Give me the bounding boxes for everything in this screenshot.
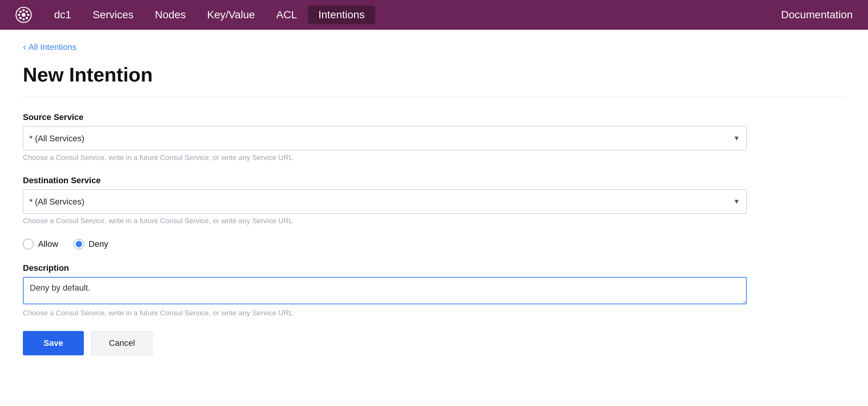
- svg-point-6: [19, 11, 22, 13]
- nav-link-dc1[interactable]: dc1: [43, 6, 82, 24]
- svg-point-8: [26, 11, 28, 13]
- documentation-link[interactable]: Documentation: [781, 9, 853, 21]
- description-input[interactable]: Deny by default.: [23, 277, 747, 304]
- page-title: New Intention: [23, 63, 845, 97]
- description-hint: Choose a Consul Service, write in a futu…: [23, 309, 747, 317]
- deny-option[interactable]: Deny: [74, 239, 108, 249]
- allow-label: Allow: [38, 239, 58, 249]
- source-service-label: Source Service: [23, 112, 747, 122]
- destination-service-select-wrapper: * (All Services) ▼: [23, 189, 747, 214]
- permission-radio-group: Allow Deny: [23, 239, 747, 249]
- nav-link-keyvalue[interactable]: Key/Value: [196, 6, 266, 24]
- svg-point-3: [22, 18, 25, 21]
- nav-link-nodes[interactable]: Nodes: [144, 6, 197, 24]
- allow-option[interactable]: Allow: [23, 239, 58, 249]
- svg-point-2: [22, 9, 25, 11]
- nav-link-intentions[interactable]: Intentions: [308, 6, 375, 24]
- deny-radio[interactable]: [74, 239, 84, 249]
- description-group: Description Deny by default. Choose a Co…: [23, 263, 747, 317]
- destination-service-hint: Choose a Consul Service, write in a futu…: [23, 217, 747, 225]
- svg-point-1: [22, 13, 26, 17]
- description-label: Description: [23, 263, 747, 273]
- save-button[interactable]: Save: [23, 331, 84, 355]
- navbar: dc1 Services Nodes Key/Value ACL Intenti…: [0, 0, 868, 30]
- destination-service-label: Destination Service: [23, 176, 747, 185]
- source-service-group: Source Service * (All Services) ▼ Choose…: [23, 112, 747, 162]
- nav-link-acl[interactable]: ACL: [266, 6, 307, 24]
- svg-point-9: [19, 17, 22, 19]
- nav-link-services[interactable]: Services: [82, 6, 144, 24]
- nav-links: dc1 Services Nodes Key/Value ACL Intenti…: [43, 6, 781, 24]
- svg-point-5: [27, 14, 29, 16]
- intention-form: Source Service * (All Services) ▼ Choose…: [23, 112, 747, 355]
- breadcrumb-label: All Intentions: [29, 42, 77, 52]
- allow-radio[interactable]: [23, 239, 34, 249]
- svg-point-7: [26, 17, 28, 19]
- destination-service-group: Destination Service * (All Services) ▼ C…: [23, 176, 747, 225]
- back-chevron-icon: [23, 42, 26, 53]
- deny-label: Deny: [89, 239, 108, 249]
- cancel-button[interactable]: Cancel: [91, 331, 152, 355]
- svg-point-4: [18, 14, 20, 16]
- destination-service-select[interactable]: * (All Services): [23, 189, 747, 214]
- logo: [15, 6, 32, 23]
- source-service-select-wrapper: * (All Services) ▼: [23, 126, 747, 150]
- source-service-hint: Choose a Consul Service, write in a futu…: [23, 153, 747, 162]
- source-service-select[interactable]: * (All Services): [23, 126, 747, 150]
- breadcrumb[interactable]: All Intentions: [23, 42, 845, 53]
- main-content: All Intentions New Intention Source Serv…: [0, 30, 868, 406]
- form-buttons: Save Cancel: [23, 331, 747, 355]
